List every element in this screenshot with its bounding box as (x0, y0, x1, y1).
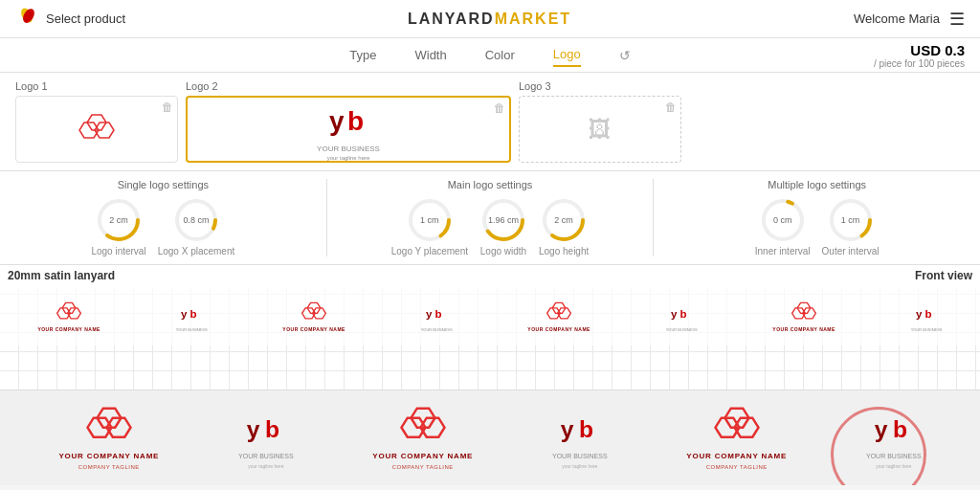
tab-bar: Type Width Color Logo ↺ USD 0.3 / piece … (0, 38, 980, 73)
lanyard-group-1: YOUR COMPANY NAME (37, 301, 100, 332)
logo-y-label: Logo Y placement (391, 246, 468, 256)
brand-logo-icon (15, 8, 38, 31)
lanyard-group-4: y b YOUR BUSINESS (421, 302, 453, 332)
brand-title: LANYARDMARKET (408, 11, 571, 28)
lanyard-yb-4: y b (915, 302, 938, 325)
logo2-delete-icon[interactable]: 🗑 (494, 101, 505, 115)
lanyard-strip: YOUR COMPANY NAME y b YOUR BUSINESS YOUR… (0, 288, 980, 345)
bottom-hc-2 (399, 406, 447, 448)
multiple-dials: 0 cm Inner interval 1 cm Outer interval (755, 196, 880, 256)
logo1-delete-icon[interactable]: 🗑 (162, 100, 173, 114)
logo-x-knob[interactable]: 0.8 cm (172, 196, 220, 244)
logo-height-label: Logo height (539, 246, 589, 256)
lanyard-group-6: y b YOUR BUSINESS (666, 302, 698, 332)
refresh-button[interactable]: ↺ (619, 44, 631, 67)
tab-type[interactable]: Type (349, 44, 376, 66)
logo-width-label: Logo width (480, 246, 526, 256)
logo2-label: Logo 2 (186, 80, 511, 92)
svg-text:y: y (916, 308, 923, 320)
lanyard-group-2: y b YOUR BUSINESS (176, 302, 208, 332)
bottom-group-3: YOUR COMPANY NAME COMPANY TAGLINE (372, 406, 473, 470)
lanyard-hc-1 (56, 301, 82, 324)
lanyard-group-7: YOUR COMPANY NAME (772, 301, 835, 332)
logo-x-label: Logo X placement (158, 246, 235, 256)
svg-text:b: b (925, 308, 932, 320)
svg-text:b: b (579, 416, 593, 442)
logo-y-knob[interactable]: 1 cm (406, 196, 454, 244)
app-header: Select product LANYARDMARKET Welcome Mar… (0, 0, 980, 38)
price-box: USD 0.3 / piece for 100 pieces (858, 38, 980, 73)
logo1-label: Logo 1 (15, 80, 178, 92)
svg-text:y: y (561, 416, 574, 442)
single-logo-settings: Single logo settings 2 cm Logo interval (0, 179, 327, 256)
bottom-preview: YOUR COMPANY NAME COMPANY TAGLINE y b YO… (0, 390, 980, 485)
svg-text:y: y (247, 416, 260, 442)
logo-y-dial[interactable]: 1 cm Logo Y placement (391, 196, 468, 256)
lanyard-group-5: YOUR COMPANY NAME (527, 301, 590, 332)
inner-interval-dial[interactable]: 0 cm Inner interval (755, 196, 811, 256)
hamburger-menu[interactable]: ☰ (949, 9, 965, 30)
tab-logo[interactable]: Logo (553, 43, 581, 67)
main-logo-title: Main logo settings (448, 179, 533, 190)
bottom-hc-3 (713, 406, 761, 448)
welcome-text: Welcome Maria (854, 11, 940, 26)
tab-color[interactable]: Color (485, 44, 515, 66)
logo1-content (78, 113, 116, 146)
main-logo-settings: Main logo settings 1 cm Logo Y placement (327, 179, 655, 256)
header-right: Welcome Maria ☰ (854, 9, 965, 30)
bottom-yb-1: y b (245, 407, 287, 449)
logo2-content: y b YOUR BUSINESSyour tagline here (317, 97, 380, 162)
multiple-logo-settings: Multiple logo settings 0 cm Inner interv… (654, 179, 980, 256)
logo3-delete-icon[interactable]: 🗑 (665, 100, 677, 114)
lanyard-yb-3: y b (670, 302, 693, 325)
inner-interval-label: Inner interval (755, 246, 811, 256)
svg-text:y: y (875, 416, 888, 442)
outer-interval-knob[interactable]: 1 cm (827, 196, 875, 244)
single-logo-title: Single logo settings (118, 179, 209, 190)
logo-slot-1: Logo 1 🗑 (15, 80, 178, 163)
single-dials: 2 cm Logo interval 0.8 cm Logo X placeme… (91, 196, 234, 256)
tab-width[interactable]: Width (414, 44, 446, 66)
bottom-hc-1 (85, 406, 133, 448)
bottom-group-2: y b YOUR BUSINESS your tagline here (238, 407, 294, 469)
logo-width-dial[interactable]: 1.96 cm Logo width (479, 196, 527, 256)
settings-row: Single logo settings 2 cm Logo interval (0, 171, 980, 265)
logo3-card[interactable]: 🗑 🖼 (519, 96, 681, 163)
bottom-yb-3: y b (873, 407, 915, 449)
bottom-yb-2: y b (559, 407, 601, 449)
header-left: Select product (15, 8, 125, 31)
bottom-group-5: YOUR COMPANY NAME COMPANY TAGLINE (686, 406, 787, 470)
logo-height-knob[interactable]: 2 cm (540, 196, 588, 244)
yb-svg: y b (324, 97, 372, 145)
logo-width-knob[interactable]: 1.96 cm (479, 196, 527, 244)
outer-interval-dial[interactable]: 1 cm Outer interval (822, 196, 880, 256)
svg-text:y: y (671, 308, 678, 320)
bottom-group-6: y b YOUR BUSINESS your tagline here (866, 407, 922, 469)
logo-height-dial[interactable]: 2 cm Logo height (539, 196, 589, 256)
svg-text:b: b (347, 106, 364, 136)
bottom-group-1: YOUR COMPANY NAME COMPANY TAGLINE (58, 406, 159, 470)
honeycomb-svg (78, 113, 116, 146)
lanyard-group-8: y b YOUR BUSINESS (911, 302, 943, 332)
lanyard-yb-1: y b (180, 302, 203, 325)
bottom-group-4: y b YOUR BUSINESS your tagline here (552, 407, 608, 469)
logo-x-placement-dial[interactable]: 0.8 cm Logo X placement (158, 196, 235, 256)
view-label: Front view (915, 269, 972, 282)
svg-text:b: b (680, 308, 687, 320)
select-product-button[interactable]: Select product (46, 11, 125, 26)
logo1-card[interactable]: 🗑 (15, 96, 178, 163)
logo-interval-knob[interactable]: 2 cm (95, 196, 143, 244)
price-unit: / piece for 100 pieces (874, 58, 965, 69)
svg-text:b: b (190, 308, 197, 320)
svg-text:y: y (329, 106, 345, 136)
logo-interval-dial[interactable]: 2 cm Logo interval (91, 196, 145, 256)
lanyard-hc-3 (546, 301, 572, 324)
logo3-placeholder: 🖼 (589, 116, 612, 143)
main-dials: 1 cm Logo Y placement 1.96 cm Logo width (391, 196, 590, 256)
logo2-card[interactable]: 🗑 y b YOUR BUSINESSyour tagline here (186, 96, 511, 163)
inner-interval-knob[interactable]: 0 cm (759, 196, 807, 244)
svg-text:y: y (181, 308, 188, 320)
svg-text:b: b (265, 416, 279, 442)
svg-text:b: b (893, 416, 907, 442)
product-label: 20mm satin lanyard (8, 269, 115, 282)
